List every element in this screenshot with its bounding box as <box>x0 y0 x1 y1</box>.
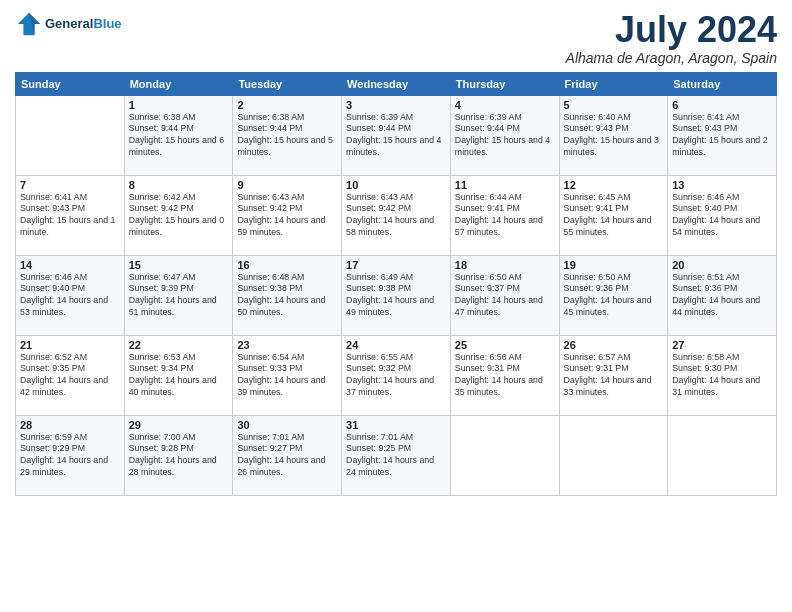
weekday-sunday: Sunday <box>16 72 125 95</box>
day-info: Sunrise: 6:38 AMSunset: 9:44 PMDaylight:… <box>237 112 337 160</box>
day-number: 21 <box>20 339 120 351</box>
calendar-table: SundayMondayTuesdayWednesdayThursdayFrid… <box>15 72 777 496</box>
day-cell: 29Sunrise: 7:00 AMSunset: 9:28 PMDayligh… <box>124 415 233 495</box>
day-cell: 23Sunrise: 6:54 AMSunset: 9:33 PMDayligh… <box>233 335 342 415</box>
logo-line1: GeneralBlue <box>45 17 122 31</box>
day-number: 14 <box>20 259 120 271</box>
title-block: July 2024 Alhama de Aragon, Aragon, Spai… <box>566 10 777 66</box>
day-info: Sunrise: 6:45 AMSunset: 9:41 PMDaylight:… <box>564 192 664 240</box>
day-cell: 22Sunrise: 6:53 AMSunset: 9:34 PMDayligh… <box>124 335 233 415</box>
day-cell: 21Sunrise: 6:52 AMSunset: 9:35 PMDayligh… <box>16 335 125 415</box>
day-info: Sunrise: 6:51 AMSunset: 9:36 PMDaylight:… <box>672 272 772 320</box>
day-cell: 5Sunrise: 6:40 AMSunset: 9:43 PMDaylight… <box>559 95 668 175</box>
day-info: Sunrise: 6:44 AMSunset: 9:41 PMDaylight:… <box>455 192 555 240</box>
month-title: July 2024 <box>566 10 777 50</box>
day-cell: 17Sunrise: 6:49 AMSunset: 9:38 PMDayligh… <box>342 255 451 335</box>
day-number: 31 <box>346 419 446 431</box>
header: GeneralBlue July 2024 Alhama de Aragon, … <box>15 10 777 66</box>
day-number: 9 <box>237 179 337 191</box>
page: GeneralBlue July 2024 Alhama de Aragon, … <box>0 0 792 612</box>
day-number: 26 <box>564 339 664 351</box>
day-info: Sunrise: 7:00 AMSunset: 9:28 PMDaylight:… <box>129 432 229 480</box>
day-cell: 24Sunrise: 6:55 AMSunset: 9:32 PMDayligh… <box>342 335 451 415</box>
day-info: Sunrise: 6:39 AMSunset: 9:44 PMDaylight:… <box>346 112 446 160</box>
day-info: Sunrise: 6:43 AMSunset: 9:42 PMDaylight:… <box>237 192 337 240</box>
weekday-friday: Friday <box>559 72 668 95</box>
day-cell: 6Sunrise: 6:41 AMSunset: 9:43 PMDaylight… <box>668 95 777 175</box>
week-row-2: 7Sunrise: 6:41 AMSunset: 9:43 PMDaylight… <box>16 175 777 255</box>
day-info: Sunrise: 7:01 AMSunset: 9:25 PMDaylight:… <box>346 432 446 480</box>
day-cell: 31Sunrise: 7:01 AMSunset: 9:25 PMDayligh… <box>342 415 451 495</box>
day-number: 29 <box>129 419 229 431</box>
day-cell: 14Sunrise: 6:46 AMSunset: 9:40 PMDayligh… <box>16 255 125 335</box>
day-cell: 18Sunrise: 6:50 AMSunset: 9:37 PMDayligh… <box>450 255 559 335</box>
day-info: Sunrise: 6:59 AMSunset: 9:29 PMDaylight:… <box>20 432 120 480</box>
day-cell: 15Sunrise: 6:47 AMSunset: 9:39 PMDayligh… <box>124 255 233 335</box>
day-cell: 4Sunrise: 6:39 AMSunset: 9:44 PMDaylight… <box>450 95 559 175</box>
day-cell: 13Sunrise: 6:46 AMSunset: 9:40 PMDayligh… <box>668 175 777 255</box>
day-number: 30 <box>237 419 337 431</box>
weekday-saturday: Saturday <box>668 72 777 95</box>
weekday-tuesday: Tuesday <box>233 72 342 95</box>
weekday-thursday: Thursday <box>450 72 559 95</box>
logo-blue: Blue <box>93 16 121 31</box>
day-info: Sunrise: 6:52 AMSunset: 9:35 PMDaylight:… <box>20 352 120 400</box>
day-cell: 27Sunrise: 6:58 AMSunset: 9:30 PMDayligh… <box>668 335 777 415</box>
day-number: 6 <box>672 99 772 111</box>
day-info: Sunrise: 6:40 AMSunset: 9:43 PMDaylight:… <box>564 112 664 160</box>
day-info: Sunrise: 6:50 AMSunset: 9:37 PMDaylight:… <box>455 272 555 320</box>
day-cell <box>450 415 559 495</box>
day-number: 12 <box>564 179 664 191</box>
day-number: 24 <box>346 339 446 351</box>
day-cell: 20Sunrise: 6:51 AMSunset: 9:36 PMDayligh… <box>668 255 777 335</box>
weekday-wednesday: Wednesday <box>342 72 451 95</box>
day-cell: 2Sunrise: 6:38 AMSunset: 9:44 PMDaylight… <box>233 95 342 175</box>
day-info: Sunrise: 6:41 AMSunset: 9:43 PMDaylight:… <box>672 112 772 160</box>
day-cell <box>668 415 777 495</box>
day-info: Sunrise: 6:47 AMSunset: 9:39 PMDaylight:… <box>129 272 229 320</box>
day-number: 2 <box>237 99 337 111</box>
day-cell: 1Sunrise: 6:38 AMSunset: 9:44 PMDaylight… <box>124 95 233 175</box>
day-number: 1 <box>129 99 229 111</box>
week-row-4: 21Sunrise: 6:52 AMSunset: 9:35 PMDayligh… <box>16 335 777 415</box>
day-number: 22 <box>129 339 229 351</box>
day-info: Sunrise: 6:39 AMSunset: 9:44 PMDaylight:… <box>455 112 555 160</box>
day-info: Sunrise: 6:56 AMSunset: 9:31 PMDaylight:… <box>455 352 555 400</box>
day-number: 28 <box>20 419 120 431</box>
day-info: Sunrise: 6:46 AMSunset: 9:40 PMDaylight:… <box>672 192 772 240</box>
day-info: Sunrise: 6:50 AMSunset: 9:36 PMDaylight:… <box>564 272 664 320</box>
week-row-1: 1Sunrise: 6:38 AMSunset: 9:44 PMDaylight… <box>16 95 777 175</box>
day-info: Sunrise: 6:38 AMSunset: 9:44 PMDaylight:… <box>129 112 229 160</box>
day-info: Sunrise: 6:41 AMSunset: 9:43 PMDaylight:… <box>20 192 120 240</box>
day-number: 5 <box>564 99 664 111</box>
day-cell: 7Sunrise: 6:41 AMSunset: 9:43 PMDaylight… <box>16 175 125 255</box>
day-cell: 26Sunrise: 6:57 AMSunset: 9:31 PMDayligh… <box>559 335 668 415</box>
day-number: 8 <box>129 179 229 191</box>
location-title: Alhama de Aragon, Aragon, Spain <box>566 50 777 66</box>
day-cell: 11Sunrise: 6:44 AMSunset: 9:41 PMDayligh… <box>450 175 559 255</box>
logo-icon <box>15 10 43 38</box>
day-info: Sunrise: 6:57 AMSunset: 9:31 PMDaylight:… <box>564 352 664 400</box>
day-cell <box>559 415 668 495</box>
logo-general: General <box>45 16 93 31</box>
day-cell: 16Sunrise: 6:48 AMSunset: 9:38 PMDayligh… <box>233 255 342 335</box>
day-number: 16 <box>237 259 337 271</box>
day-info: Sunrise: 6:43 AMSunset: 9:42 PMDaylight:… <box>346 192 446 240</box>
day-info: Sunrise: 6:55 AMSunset: 9:32 PMDaylight:… <box>346 352 446 400</box>
day-info: Sunrise: 6:48 AMSunset: 9:38 PMDaylight:… <box>237 272 337 320</box>
day-number: 7 <box>20 179 120 191</box>
day-number: 23 <box>237 339 337 351</box>
day-cell: 9Sunrise: 6:43 AMSunset: 9:42 PMDaylight… <box>233 175 342 255</box>
day-number: 15 <box>129 259 229 271</box>
day-info: Sunrise: 6:49 AMSunset: 9:38 PMDaylight:… <box>346 272 446 320</box>
day-info: Sunrise: 6:53 AMSunset: 9:34 PMDaylight:… <box>129 352 229 400</box>
day-number: 11 <box>455 179 555 191</box>
day-info: Sunrise: 7:01 AMSunset: 9:27 PMDaylight:… <box>237 432 337 480</box>
day-number: 18 <box>455 259 555 271</box>
day-info: Sunrise: 6:46 AMSunset: 9:40 PMDaylight:… <box>20 272 120 320</box>
day-info: Sunrise: 6:58 AMSunset: 9:30 PMDaylight:… <box>672 352 772 400</box>
weekday-header-row: SundayMondayTuesdayWednesdayThursdayFrid… <box>16 72 777 95</box>
day-cell: 10Sunrise: 6:43 AMSunset: 9:42 PMDayligh… <box>342 175 451 255</box>
day-number: 4 <box>455 99 555 111</box>
day-number: 19 <box>564 259 664 271</box>
